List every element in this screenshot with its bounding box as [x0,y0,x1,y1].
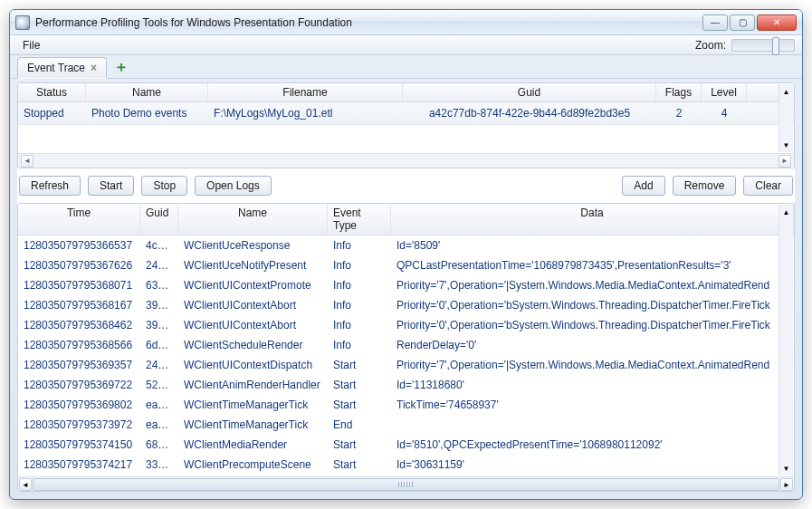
event-data: Id='8510',QPCExpectedPresentTime='106898… [391,437,794,453]
start-button[interactable]: Start [88,176,134,196]
event-time: 128035079795374217 [18,456,140,473]
event-row[interactable]: 1280350797953665374c253WClientUceRespons… [18,235,794,255]
event-vscroll[interactable]: ▲ ▼ [779,205,793,475]
event-row[interactable]: 12803507979536816739404WClientUIContextA… [18,295,794,315]
button-row: Refresh Start Stop Open Logs Add Remove … [17,168,795,203]
event-type: Info [328,277,391,293]
col-level[interactable]: Level [702,83,747,101]
event-data: Priority='7',Operation='|System.Windows.… [391,277,794,293]
event-type: Start [328,456,391,473]
event-guid: 39404 [140,297,178,313]
col-name[interactable]: Name [86,83,208,101]
tab-event-trace[interactable]: Event Trace × [17,57,107,79]
event-guid: ea3b4 [140,397,178,413]
col-flags[interactable]: Flags [656,83,702,101]
scroll-right-icon[interactable]: ► [780,478,793,491]
titlebar[interactable]: Performance Profiling Tools for Windows … [10,10,802,35]
tab-close-icon[interactable]: × [91,62,97,74]
clear-button[interactable]: Clear [743,176,793,196]
zoom-slider-thumb[interactable] [772,37,779,55]
event-name: WClientTimeManagerTick [178,397,328,413]
event-list-panel: Time Guid Name Event Type Data 128035079… [17,203,795,492]
col-guid[interactable]: Guid [403,83,656,101]
event-type: Start [328,437,391,453]
col-status[interactable]: Status [18,83,86,101]
ecol-name[interactable]: Name [178,204,328,235]
event-type: Info [328,237,391,254]
event-data: Id='11318680' [391,377,794,393]
scroll-right-icon[interactable]: ► [779,155,791,168]
scroll-down-icon[interactable]: ▼ [781,463,792,474]
menu-file[interactable]: File [17,37,45,53]
event-data: Id='30631159' [391,456,794,473]
event-row[interactable]: 128035079795368071632d4WClientUIContextP… [18,275,794,295]
scroll-up-icon[interactable]: ▲ [781,86,792,97]
event-name: WClientScheduleRender [178,337,328,353]
event-hscroll[interactable]: ◄ ► [18,476,794,491]
event-row[interactable]: 12803507979536762624cd1WClientUceNotifyP… [18,255,794,275]
event-data: Priority='7',Operation='|System.Windows.… [391,357,794,373]
stop-button[interactable]: Stop [141,176,187,196]
event-time: 128035079795368167 [18,297,140,313]
trace-row[interactable]: Stopped Photo Demo events F:\MyLogs\MyLo… [18,102,794,125]
minimize-button[interactable]: ― [702,14,728,31]
scroll-up-icon[interactable]: ▲ [781,206,792,217]
event-name: WClientUceNotifyPresent [178,257,328,274]
event-guid: 6d5ae [140,337,178,353]
trace-guid: a42c77db-874f-422e-9b44-6d89fe2bd3e5 [403,105,656,121]
zoom-slider[interactable] [731,39,795,52]
trace-list-header: Status Name Filename Guid Flags Level [18,83,794,102]
event-row[interactable]: 1280350797953741506827eWClientMediaRende… [18,435,794,455]
ecol-guid[interactable]: Guid [140,204,178,235]
event-time: 128035079795366537 [18,237,140,254]
ecol-time[interactable]: Time [18,204,140,235]
col-filename[interactable]: Filename [208,83,403,101]
event-guid: 4c253 [140,237,178,254]
new-tab-button[interactable]: ＋ [112,58,130,76]
hscroll-thumb[interactable] [33,478,779,491]
event-row[interactable]: 128035079795369802ea3b4WClientTimeManage… [18,395,794,415]
event-name: WClientMediaRender [178,437,328,453]
event-time: 128035079795369357 [18,357,140,373]
event-guid: 6827e [140,437,178,453]
maximize-icon: ▢ [739,17,747,27]
event-name: WClientUIContextAbort [178,297,328,313]
event-list-body[interactable]: 1280350797953665374c253WClientUceRespons… [18,235,794,476]
ecol-type[interactable]: Event Type [328,204,391,235]
event-row[interactable]: 12803507979537421733314WClientPrecompute… [18,455,794,475]
event-row[interactable]: 1280350797953693572481aWClientUIContextD… [18,355,794,375]
event-name: WClientUIContextPromote [178,277,328,293]
event-row[interactable]: 128035079795373972ea3b4WClientTimeManage… [18,415,794,435]
trace-status: Stopped [18,105,86,121]
refresh-button[interactable]: Refresh [19,176,81,196]
zoom-label: Zoom: [695,39,726,52]
trace-flags: 2 [656,105,702,121]
event-time: 128035079795367626 [18,257,140,274]
event-row[interactable]: 1280350797953685666d5aeWClientScheduleRe… [18,335,794,355]
event-type: Info [328,337,391,353]
app-window: Performance Profiling Tools for Windows … [9,9,803,500]
open-logs-button[interactable]: Open Logs [195,176,272,196]
scroll-left-icon[interactable]: ◄ [21,155,33,168]
maximize-button[interactable]: ▢ [730,14,755,31]
event-type: Info [328,257,391,274]
event-time: 128035079795368071 [18,277,140,293]
trace-list-body[interactable]: Stopped Photo Demo events F:\MyLogs\MyLo… [18,102,794,153]
ecol-data[interactable]: Data [391,204,794,235]
tab-label: Event Trace [27,62,85,74]
event-time: 128035079795374150 [18,437,140,453]
event-name: WClientAnimRenderHandler [178,377,328,393]
event-type: Info [328,317,391,333]
menubar: File Zoom: [10,35,802,55]
close-button[interactable]: ✕ [757,14,797,31]
window-title: Performance Profiling Tools for Windows … [35,16,702,29]
add-button[interactable]: Add [622,176,664,196]
event-row[interactable]: 12803507979536846239404WClientUIContextA… [18,315,794,335]
event-row[interactable]: 128035079795369722521c1WClientAnimRender… [18,375,794,395]
scroll-down-icon[interactable]: ▼ [781,139,792,150]
event-name: WClientUIContextDispatch [178,357,328,373]
remove-button[interactable]: Remove [673,176,737,196]
scroll-left-icon[interactable]: ◄ [19,478,32,491]
trace-hscroll[interactable]: ◄ ► [18,153,794,168]
trace-vscroll[interactable]: ▲ ▼ [779,84,793,152]
